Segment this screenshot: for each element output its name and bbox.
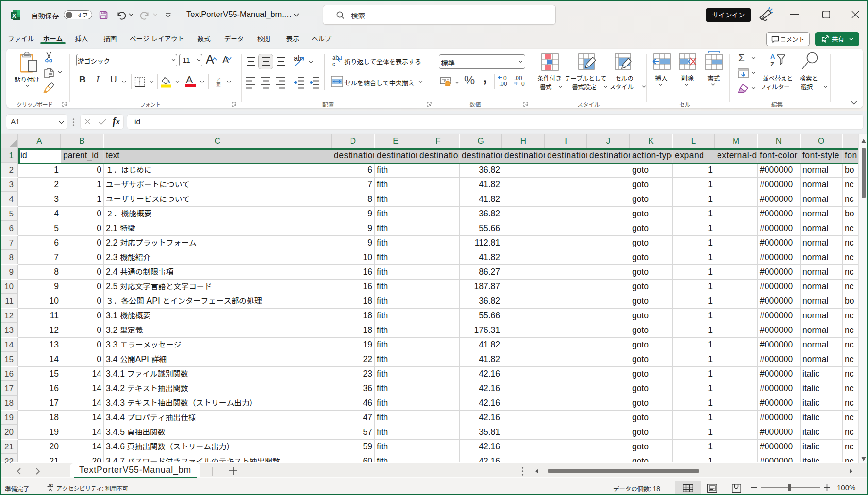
svg-text:X: X	[12, 13, 16, 19]
svg-text:Z: Z	[770, 61, 774, 67]
svg-text:c: c	[332, 60, 335, 66]
svg-text:.00: .00	[499, 81, 507, 87]
svg-text:?: ?	[51, 484, 53, 487]
svg-text:A: A	[770, 53, 775, 60]
